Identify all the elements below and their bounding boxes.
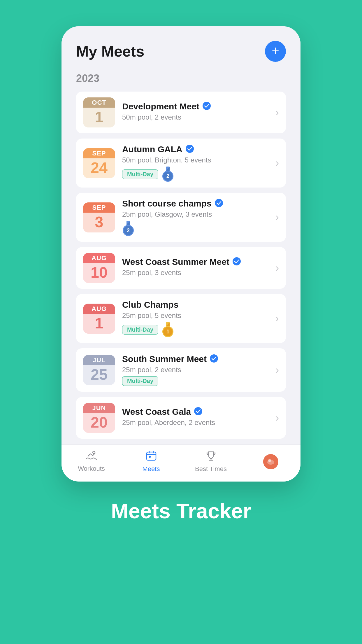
meet-info-jun-20: West Coast Gala25m pool, Aberdeen, 2 eve… [122,407,268,429]
verified-icon [194,407,203,417]
badge-month: OCT [83,97,115,108]
svg-rect-8 [149,456,151,458]
nav-label-best-times: Best Times [195,465,227,473]
meet-name: Club Champs [122,300,178,310]
year-label: 2023 [76,72,286,85]
badge-day: 20 [83,413,115,433]
badge-day: 3 [83,213,115,232]
meets-list: OCT 1 Development Meet50m pool, 2 events… [76,92,286,439]
date-badge-aug-1: AUG 1 [83,304,115,334]
meet-name-row: South Summer Meet [122,354,268,364]
meet-name: West Coast Summer Meet [122,257,229,267]
date-badge-jul-25: JUL 25 [83,355,115,385]
svg-point-1 [186,145,194,153]
chevron-icon: › [275,412,279,424]
chevron-icon: › [275,211,279,223]
meet-tags: Multi-Day 2 [122,167,268,182]
badge-month: AUG [83,304,115,314]
badge-month: AUG [83,253,115,263]
meet-detail: 25m pool, Aberdeen, 2 events [122,419,268,427]
chevron-icon: › [275,262,279,274]
meet-detail: 25m pool, 2 events [122,366,268,374]
nav-item-meets[interactable]: Meets [121,451,181,473]
date-badge-aug-10: AUG 10 [83,253,115,283]
badge-day: 25 [83,365,115,385]
nav-item-best-times[interactable]: Best Times [181,451,241,473]
date-badge-oct-1: OCT 1 [83,97,115,127]
svg-point-5 [194,407,202,415]
meet-card-oct-1[interactable]: OCT 1 Development Meet50m pool, 2 events… [76,92,286,133]
calendar-icon [146,451,157,463]
meet-detail: 25m pool, Glasgow, 3 events [122,210,268,218]
nav-label-meets: Meets [143,465,160,473]
meet-name-row: Short course champs [122,199,268,209]
nav-label-workouts: Workouts [78,465,105,473]
chevron-icon: › [275,364,279,376]
tag-multiday: Multi-Day [122,169,158,179]
page-title: My Meets [76,43,144,60]
meet-name: Development Meet [122,102,199,111]
add-meet-button[interactable]: + [265,41,286,62]
meet-name: Autumn GALA [122,144,182,154]
svg-point-2 [215,199,223,207]
meet-card-jun-20[interactable]: JUN 20 West Coast Gala25m pool, Aberdeen… [76,397,286,439]
meet-info-aug-1: Club Champs25m pool, 5 eventsMulti-Day 1 [122,300,268,337]
badge-day: 1 [83,108,115,127]
nav-item-workouts[interactable]: Workouts [61,451,121,473]
date-badge-sep-24: SEP 24 [83,148,115,178]
badge-day: 1 [83,314,115,334]
badge-month: JUN [83,403,115,413]
nav-item-profile[interactable] [241,454,301,469]
medal-gold-1: 1 [162,322,174,337]
meet-name-row: West Coast Summer Meet [122,257,268,267]
tag-multiday: Multi-Day [122,376,158,386]
meet-info-aug-10: West Coast Summer Meet25m pool, 3 events [122,257,268,279]
chevron-icon: › [275,157,279,169]
verified-icon [232,257,241,267]
header: My Meets + [76,41,286,62]
meet-info-jul-25: South Summer Meet25m pool, 2 eventsMulti… [122,354,268,386]
meet-card-sep-3[interactable]: SEP 3 Short course champs25m pool, Glasg… [76,193,286,242]
meet-card-aug-1[interactable]: AUG 1 Club Champs25m pool, 5 eventsMulti… [76,294,286,343]
badge-month: JUL [83,355,115,365]
bottom-nav: Workouts Meets [61,444,301,482]
meet-name: South Summer Meet [122,354,207,364]
meet-info-sep-3: Short course champs25m pool, Glasgow, 3 … [122,199,268,236]
svg-point-0 [203,102,211,110]
meet-card-jul-25[interactable]: JUL 25 South Summer Meet25m pool, 2 even… [76,348,286,392]
badge-day: 10 [83,263,115,283]
meet-detail: 50m pool, Brighton, 5 events [122,156,268,164]
meet-name-row: Club Champs [122,300,268,310]
svg-point-4 [210,354,218,363]
avatar [263,454,278,469]
meet-name-row: Autumn GALA [122,144,268,154]
chevron-icon: › [275,312,279,325]
verified-icon [202,102,211,111]
badge-month: SEP [83,148,115,158]
meet-detail: 25m pool, 3 events [122,269,268,277]
scroll-area: My Meets + 2023 OCT 1 Development Meet50… [61,26,301,439]
verified-icon [210,354,218,364]
meet-card-aug-10[interactable]: AUG 10 West Coast Summer Meet25m pool, 3… [76,247,286,289]
meet-tags: Multi-Day 1 [122,322,268,337]
meet-tags: 2 [122,221,268,236]
phone-card: My Meets + 2023 OCT 1 Development Meet50… [61,26,301,482]
meet-info-oct-1: Development Meet50m pool, 2 events [122,102,268,124]
medal-blue-2: 2 [162,167,174,182]
meet-name-row: West Coast Gala [122,407,268,417]
date-badge-sep-3: SEP 3 [83,202,115,232]
meet-detail: 25m pool, 5 events [122,312,268,320]
badge-month: SEP [83,202,115,213]
chevron-icon: › [275,106,279,119]
trophy-icon [206,451,216,463]
meet-card-sep-24[interactable]: SEP 24 Autumn GALA50m pool, Brighton, 5 … [76,139,286,188]
svg-point-11 [268,459,271,462]
badge-day: 24 [83,158,115,178]
svg-point-3 [233,257,241,265]
swimmer-icon [86,451,97,463]
meet-name: Short course champs [122,199,212,209]
verified-icon [185,144,194,154]
meet-info-sep-24: Autumn GALA50m pool, Brighton, 5 eventsM… [122,144,268,182]
plus-icon: + [272,44,279,57]
meet-detail: 50m pool, 2 events [122,113,268,121]
